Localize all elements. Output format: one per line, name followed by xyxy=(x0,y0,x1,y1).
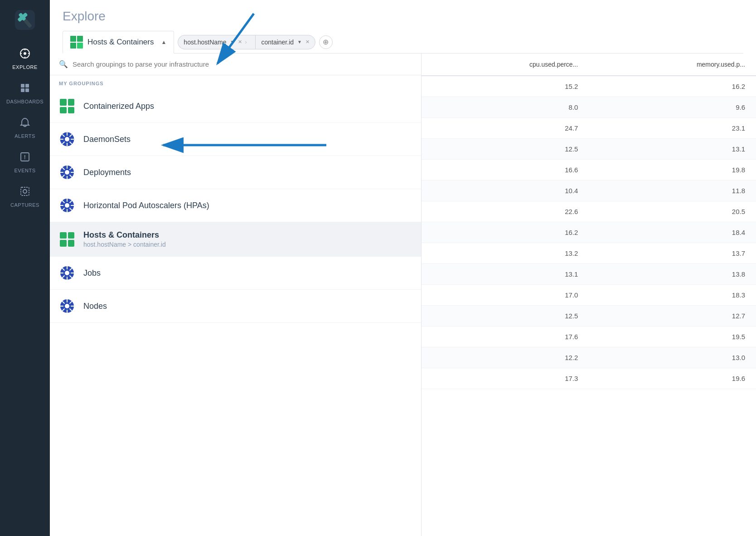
svg-point-5 xyxy=(24,52,26,55)
table-row[interactable]: 15.2 16.2 xyxy=(422,76,756,97)
cell-mem: 13.8 xyxy=(589,264,756,285)
tab-expand-icon[interactable]: ▲ xyxy=(161,39,166,45)
grouping-item-containerized-apps[interactable]: Containerized Apps xyxy=(50,90,421,123)
cell-cpu: 16.6 xyxy=(422,160,589,180)
add-pill-button[interactable]: ⊕ xyxy=(319,35,333,49)
cell-mem: 19.5 xyxy=(589,326,756,347)
sidebar-item-label-alerts: ALERTS xyxy=(15,133,35,139)
pill-hostname[interactable]: host.hostName ▼ ✕ › xyxy=(178,35,256,49)
right-panel: cpu.used.perce... memory.used.p... 15.2 … xyxy=(422,54,756,536)
containerized-apps-text: Containerized Apps xyxy=(83,102,154,111)
svg-point-59 xyxy=(65,304,69,308)
sidebar-item-dashboards[interactable]: DASHBOARDS xyxy=(0,76,50,111)
jobs-name: Jobs xyxy=(83,268,101,278)
captures-icon xyxy=(19,186,30,200)
hpas-name: Horizontal Pod Autoscalers (HPAs) xyxy=(83,201,209,210)
grouping-pills: host.hostName ▼ ✕ › container.id ▼ ✕ ⊕ xyxy=(178,35,333,49)
search-input[interactable] xyxy=(73,60,412,68)
cell-mem: 13.1 xyxy=(589,139,756,160)
left-panel: 🔍 MY GROUPINGS xyxy=(50,54,422,536)
sidebar-logo xyxy=(10,5,39,34)
table-row[interactable]: 12.2 13.0 xyxy=(422,347,756,368)
table-row[interactable]: 13.1 13.8 xyxy=(422,264,756,285)
events-icon: ! xyxy=(19,151,30,165)
sidebar-item-label-captures: CAPTURES xyxy=(10,202,39,208)
sidebar-item-label-events: EVENTS xyxy=(14,168,35,173)
header: Explore Hosts & Containers ▲ xyxy=(50,0,756,54)
cell-cpu: 15.2 xyxy=(422,76,589,97)
cell-mem: 20.5 xyxy=(589,201,756,222)
daemonsets-icon xyxy=(59,131,75,147)
page-title: Explore xyxy=(63,9,743,24)
table-row[interactable]: 17.0 18.3 xyxy=(422,285,756,306)
section-label: MY GROUPINGS xyxy=(50,75,421,90)
svg-rect-13 xyxy=(25,88,29,92)
table-row[interactable]: 22.6 20.5 xyxy=(422,201,756,222)
hosts-containers-text: Hosts & Containers host.hostName > conta… xyxy=(83,230,166,248)
search-bar: 🔍 xyxy=(50,54,421,75)
table-row[interactable]: 8.0 9.6 xyxy=(422,97,756,118)
hpas-text: Horizontal Pod Autoscalers (HPAs) xyxy=(83,201,209,210)
content-area: 🔍 MY GROUPINGS xyxy=(50,54,756,536)
pill-containerid-close-icon[interactable]: ✕ xyxy=(305,39,310,45)
cell-cpu: 8.0 xyxy=(422,97,589,118)
cell-mem: 11.8 xyxy=(589,180,756,201)
cell-mem: 23.1 xyxy=(589,118,756,139)
table-row[interactable]: 12.5 13.1 xyxy=(422,139,756,160)
table-row[interactable]: 10.4 11.8 xyxy=(422,180,756,201)
sidebar-item-alerts[interactable]: ALERTS xyxy=(0,111,50,145)
cell-cpu: 17.0 xyxy=(422,285,589,306)
hosts-containers-sub: host.hostName > container.id xyxy=(83,241,166,248)
pill-hostname-dropdown-icon[interactable]: ▼ xyxy=(230,39,235,44)
svg-point-49 xyxy=(65,271,69,275)
cell-cpu: 12.5 xyxy=(422,306,589,326)
table-row[interactable]: 16.6 19.8 xyxy=(422,160,756,180)
pill-containerid-dropdown-icon[interactable]: ▼ xyxy=(297,39,302,44)
sidebar-item-label-dashboards: DASHBOARDS xyxy=(6,99,44,104)
active-tab-hosts-containers[interactable]: Hosts & Containers ▲ xyxy=(63,31,174,54)
data-table: cpu.used.perce... memory.used.p... 15.2 … xyxy=(422,54,756,389)
deployments-icon xyxy=(59,164,75,180)
deployments-name: Deployments xyxy=(83,168,131,177)
containerized-apps-icon xyxy=(59,98,75,114)
groupings-list: Containerized Apps xyxy=(50,90,421,536)
grouping-item-jobs[interactable]: Jobs xyxy=(50,257,421,290)
grouping-item-nodes[interactable]: Nodes xyxy=(50,290,421,323)
jobs-icon xyxy=(59,265,75,281)
cell-cpu: 12.2 xyxy=(422,347,589,368)
grouping-item-deployments[interactable]: Deployments xyxy=(50,156,421,189)
table-row[interactable]: 17.6 19.5 xyxy=(422,326,756,347)
table-row[interactable]: 12.5 12.7 xyxy=(422,306,756,326)
cell-cpu: 17.6 xyxy=(422,326,589,347)
grouping-item-hpas[interactable]: Horizontal Pod Autoscalers (HPAs) xyxy=(50,189,421,222)
cell-cpu: 17.3 xyxy=(422,368,589,389)
cell-cpu: 10.4 xyxy=(422,180,589,201)
svg-rect-16 xyxy=(21,187,29,195)
cell-mem: 12.7 xyxy=(589,306,756,326)
col-cpu[interactable]: cpu.used.perce... xyxy=(422,54,589,76)
grouping-item-hosts-containers[interactable]: Hosts & Containers host.hostName > conta… xyxy=(50,222,421,257)
grouping-item-daemonsets[interactable]: DaemonSets xyxy=(50,123,421,156)
cell-mem: 9.6 xyxy=(589,97,756,118)
pill-containerid[interactable]: container.id ▼ ✕ xyxy=(255,35,315,49)
pill-hostname-close-icon[interactable]: ✕ xyxy=(238,39,242,45)
sidebar-item-events[interactable]: ! EVENTS xyxy=(0,145,50,180)
sidebar-item-captures[interactable]: CAPTURES xyxy=(0,180,50,214)
table-row[interactable]: 24.7 23.1 xyxy=(422,118,756,139)
cell-mem: 13.7 xyxy=(589,243,756,264)
svg-point-29 xyxy=(65,170,69,175)
pill-hostname-label: host.hostName xyxy=(184,39,226,46)
cell-cpu: 24.7 xyxy=(422,118,589,139)
cell-cpu: 16.2 xyxy=(422,222,589,243)
hosts-containers-icon xyxy=(59,231,75,248)
sidebar-item-explore[interactable]: EXPLORE xyxy=(0,42,50,76)
nodes-name: Nodes xyxy=(83,302,107,311)
table-row[interactable]: 16.2 18.4 xyxy=(422,222,756,243)
daemonsets-name: DaemonSets xyxy=(83,135,131,144)
col-mem[interactable]: memory.used.p... xyxy=(589,54,756,76)
table-row[interactable]: 17.3 19.6 xyxy=(422,368,756,389)
table-row[interactable]: 13.2 13.7 xyxy=(422,243,756,264)
nodes-text: Nodes xyxy=(83,302,107,311)
logo-icon xyxy=(13,8,37,32)
hosts-containers-name: Hosts & Containers xyxy=(83,230,166,240)
